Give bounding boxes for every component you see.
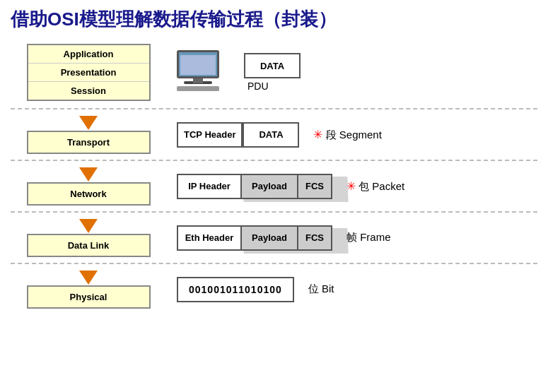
segment-label: ✳ 段 Segment (313, 128, 381, 142)
ip-header-box: IP Header (177, 174, 240, 199)
presentation-layer: Presentation (28, 64, 149, 82)
top-right-section: DATA PDU (166, 40, 537, 105)
network-right: IP Header Payload FCS ✳ 包 Packet (166, 161, 537, 211)
arrow-down-1 (79, 116, 98, 130)
physical-row: Physical 001001011010100 位 Bit (11, 264, 537, 314)
physical-layer-box: Physical (27, 285, 151, 309)
packet-label: ✳ 包 Packet (346, 179, 404, 194)
datalink-layer-box: Data Link (27, 234, 151, 257)
physical-right: 001001011010100 位 Bit (166, 264, 537, 314)
tcp-header-box: TCP Header (177, 122, 243, 148)
data-pdu-box: DATA (244, 53, 301, 78)
arrow-down-3 (79, 219, 98, 233)
top-left-group: Application Presentation Session (11, 40, 166, 105)
eth-header-box: Eth Header (177, 225, 240, 251)
main-layout: Application Presentation Session (11, 40, 537, 314)
binary-data-box: 001001011010100 (177, 277, 294, 302)
arrow1 (79, 115, 98, 131)
computer-illustration (177, 50, 219, 91)
datalink-payload-box: Payload (240, 225, 297, 251)
top-section: Application Presentation Session (11, 40, 537, 109)
network-layer-box: Network (27, 182, 151, 206)
page-container: 借助OSI模型理解数据传输过程（封装） Application Presenta… (0, 0, 548, 392)
frame-label: 帧 Frame (346, 231, 391, 244)
arrow2 (79, 167, 98, 182)
network-left: Network (11, 161, 166, 211)
physical-left: Physical (11, 264, 166, 314)
arrow-down-2 (79, 167, 98, 182)
keyboard-icon (177, 86, 219, 91)
transport-row: Transport TCP Header DATA ✳ 段 Segment (11, 109, 537, 161)
transport-left: Transport (11, 109, 166, 160)
monitor-icon (177, 50, 219, 81)
network-fcs-box: FCS (297, 174, 332, 199)
session-layer: Session (28, 82, 149, 100)
network-payload-box: Payload (240, 174, 297, 199)
transport-data-box: DATA (243, 122, 299, 148)
transport-layer-box: Transport (27, 131, 151, 154)
arrow3 (79, 218, 98, 234)
arrow4 (79, 270, 98, 285)
datalink-left: Data Link (11, 213, 166, 263)
arrow-down-4 (79, 271, 98, 285)
datalink-right: Eth Header Payload FCS 帧 Frame (166, 213, 537, 263)
pdu-name-label: PDU (247, 81, 269, 92)
network-row: Network IP Header Payload FCS ✳ (11, 161, 537, 213)
datalink-row: Data Link Eth Header Payload FCS 帧 Frame (11, 213, 537, 264)
datalink-fcs-box: FCS (297, 225, 332, 251)
upper-layers-box: Application Presentation Session (27, 44, 151, 101)
transport-right: TCP Header DATA ✳ 段 Segment (166, 109, 537, 160)
application-layer: Application (28, 45, 149, 64)
page-title: 借助OSI模型理解数据传输过程（封装） (11, 7, 537, 32)
bit-label: 位 Bit (308, 283, 334, 296)
